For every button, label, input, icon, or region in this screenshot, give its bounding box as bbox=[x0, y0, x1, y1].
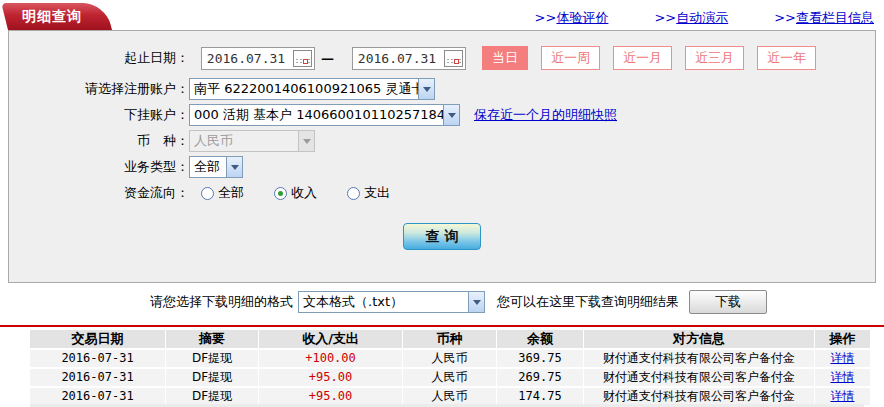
tab-detail-query[interactable]: 明细查询 bbox=[8, 3, 96, 30]
registered-account-select[interactable]: 南平 6222001406100921065 灵通卡 bbox=[189, 78, 435, 100]
business-type-value: 全部 bbox=[190, 158, 226, 176]
start-date-input[interactable] bbox=[204, 49, 288, 68]
fund-flow-option: 支出 bbox=[347, 184, 390, 202]
business-type-label: 业务类型： bbox=[9, 158, 189, 176]
detail-link[interactable]: 详情 bbox=[831, 351, 855, 365]
link-prefix: >> bbox=[654, 10, 676, 25]
radio-icon[interactable] bbox=[347, 187, 360, 200]
download-row: 请您选择下载明细的格式 文本格式（.txt） 您可以在这里下载查询明细结果 下载 bbox=[0, 288, 884, 316]
download-format-value: 文本格式（.txt） bbox=[299, 293, 468, 311]
top-links: >>体验评价>>自动演示>>查看栏目信息 bbox=[535, 9, 874, 27]
header-summary: 摘要 bbox=[166, 330, 258, 348]
currency-select: 人民币 bbox=[189, 130, 315, 152]
radio-label: 支出 bbox=[364, 184, 390, 202]
top-link[interactable]: >>体验评价 bbox=[535, 9, 609, 27]
quick-range-button[interactable]: 当日 bbox=[482, 46, 528, 70]
download-button[interactable]: 下载 bbox=[689, 290, 767, 314]
table-row: 2016-07-31 DF提现 +100.00 人民币 369.75 财付通支付… bbox=[30, 350, 864, 367]
cell-amount: +95.00 bbox=[259, 388, 402, 405]
business-type-select[interactable]: 全部 bbox=[189, 156, 243, 178]
detail-link[interactable]: 详情 bbox=[831, 389, 855, 403]
fund-flow-options: 全部 收入 支出 bbox=[201, 184, 390, 202]
registered-account-label: 请选择注册账户： bbox=[9, 80, 189, 98]
header-date: 交易日期 bbox=[30, 330, 165, 348]
currency-row: 币 种： 人民币 bbox=[9, 128, 875, 154]
chevron-down-icon[interactable] bbox=[418, 79, 434, 99]
quick-range-button[interactable]: 近一周 bbox=[541, 46, 600, 70]
cell-date: 2016-07-31 bbox=[30, 388, 165, 405]
link-text: 体验评价 bbox=[556, 10, 608, 25]
chevron-down-icon[interactable] bbox=[443, 105, 459, 125]
sub-account-row: 下挂账户： 000 活期 基本户 1406600101102571848 保存近… bbox=[9, 102, 875, 128]
link-text: 自动演示 bbox=[676, 10, 728, 25]
table-header-row: 交易日期 摘要 收入/支出 币种 余额 对方信息 操作 bbox=[30, 330, 864, 348]
snapshot-link[interactable]: 保存近一个月的明细快照 bbox=[474, 106, 617, 124]
cell-summary: DF提现 bbox=[166, 369, 258, 386]
cell-balance: 269.75 bbox=[497, 369, 583, 386]
header-currency: 币种 bbox=[403, 330, 496, 348]
query-button[interactable]: 查 询 bbox=[403, 223, 481, 250]
fund-flow-option: 收入 bbox=[274, 184, 317, 202]
fund-flow-option: 全部 bbox=[201, 184, 244, 202]
cell-counterparty: 财付通支付科技有限公司客户备付金 bbox=[584, 388, 814, 405]
cell-amount: +95.00 bbox=[259, 369, 402, 386]
cell-summary: DF提现 bbox=[166, 388, 258, 405]
detail-link[interactable]: 详情 bbox=[831, 370, 855, 384]
header-balance: 余额 bbox=[497, 330, 583, 348]
table-top-separator bbox=[0, 325, 884, 327]
download-hint: 您可以在这里下载查询明细结果 bbox=[497, 293, 679, 311]
sub-account-select[interactable]: 000 活期 基本户 1406600101102571848 bbox=[189, 104, 460, 126]
end-date-input[interactable] bbox=[355, 49, 439, 68]
quick-range-button[interactable]: 近一年 bbox=[757, 46, 816, 70]
date-range-separator: — bbox=[321, 51, 334, 66]
quick-range-buttons: 当日近一周近一月近三月近一年 bbox=[482, 46, 816, 70]
download-format-select[interactable]: 文本格式（.txt） bbox=[298, 291, 485, 313]
link-prefix: >> bbox=[774, 10, 796, 25]
fund-flow-label: 资金流向： bbox=[9, 184, 189, 202]
tab-label: 明细查询 bbox=[22, 8, 82, 24]
radio-label: 收入 bbox=[291, 184, 317, 202]
currency-value: 人民币 bbox=[190, 132, 298, 150]
currency-label: 币 种： bbox=[9, 132, 189, 150]
cell-date: 2016-07-31 bbox=[30, 350, 165, 367]
quick-range-button[interactable]: 近三月 bbox=[685, 46, 744, 70]
sub-account-label: 下挂账户： bbox=[9, 106, 189, 124]
cell-balance: 174.75 bbox=[497, 388, 583, 405]
link-text: 查看栏目信息 bbox=[796, 10, 874, 25]
fund-flow-row: 资金流向： 全部 收入 支出 bbox=[9, 180, 875, 206]
cell-currency: 人民币 bbox=[403, 369, 496, 386]
cell-amount: +100.00 bbox=[259, 350, 402, 367]
quick-range-button[interactable]: 近一月 bbox=[613, 46, 672, 70]
registered-account-row: 请选择注册账户： 南平 6222001406100921065 灵通卡 bbox=[9, 76, 875, 102]
registered-account-value: 南平 6222001406100921065 灵通卡 bbox=[190, 80, 418, 98]
calendar-icon[interactable] bbox=[444, 50, 463, 67]
cell-counterparty: 财付通支付科技有限公司客户备付金 bbox=[584, 369, 814, 386]
date-range-row: 起止日期： — 当日近一周近一月近三月近一年 bbox=[9, 45, 875, 71]
cell-summary: DF提现 bbox=[166, 350, 258, 367]
cell-currency: 人民币 bbox=[403, 350, 496, 367]
end-date-field bbox=[352, 47, 466, 70]
table-row: 2016-07-31 DF提现 +95.00 人民币 269.75 财付通支付科… bbox=[30, 369, 864, 386]
radio-icon[interactable] bbox=[274, 187, 287, 200]
query-form-panel: 起止日期： — 当日近一周近一月近三月近一年 请选择注册账户： 南平 62220… bbox=[8, 30, 876, 283]
cell-currency: 人民币 bbox=[403, 388, 496, 405]
header-counterparty: 对方信息 bbox=[584, 330, 814, 348]
download-format-label: 请您选择下载明细的格式 bbox=[150, 293, 293, 311]
header-action: 操作 bbox=[815, 330, 870, 348]
start-date-field bbox=[201, 47, 315, 70]
calendar-icon[interactable] bbox=[293, 50, 312, 67]
query-button-row: 查 询 bbox=[9, 223, 875, 250]
cell-balance: 369.75 bbox=[497, 350, 583, 367]
top-bar: 明细查询 >>体验评价>>自动演示>>查看栏目信息 bbox=[0, 0, 884, 30]
radio-icon[interactable] bbox=[201, 187, 214, 200]
top-link[interactable]: >>自动演示 bbox=[654, 9, 728, 27]
cell-date: 2016-07-31 bbox=[30, 369, 165, 386]
detail-query-page: 明细查询 >>体验评价>>自动演示>>查看栏目信息 起止日期： — 当日近一周近… bbox=[0, 0, 884, 407]
chevron-down-icon[interactable] bbox=[226, 157, 242, 177]
radio-label: 全部 bbox=[218, 184, 244, 202]
chevron-down-icon[interactable] bbox=[468, 292, 484, 312]
business-type-row: 业务类型： 全部 bbox=[9, 154, 875, 180]
top-link[interactable]: >>查看栏目信息 bbox=[774, 9, 874, 27]
chevron-down-icon bbox=[298, 131, 314, 151]
table-body: 2016-07-31 DF提现 +100.00 人民币 369.75 财付通支付… bbox=[30, 350, 864, 405]
